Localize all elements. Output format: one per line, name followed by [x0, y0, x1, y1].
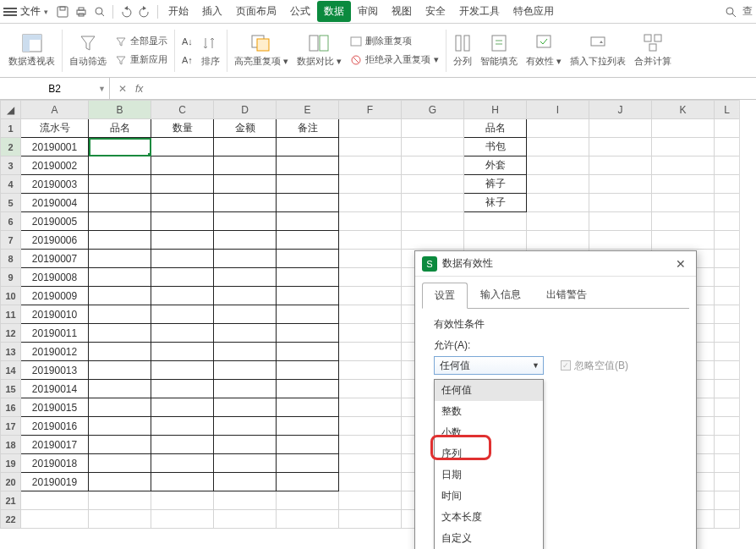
cell-E3[interactable] — [277, 156, 339, 175]
cell-C20[interactable] — [151, 473, 214, 491]
name-box-input[interactable] — [7, 83, 102, 95]
close-icon[interactable]: ✕ — [672, 257, 689, 271]
cell-F12[interactable] — [339, 324, 402, 343]
cell-A1[interactable]: 流水号 — [21, 119, 89, 138]
cell-C21[interactable] — [151, 491, 214, 510]
reject-dup-button[interactable]: 拒绝录入重复项 ▾ — [347, 52, 442, 69]
cell-J1[interactable] — [589, 119, 652, 138]
cell-D8[interactable] — [214, 250, 277, 268]
cell-B4[interactable] — [89, 175, 151, 194]
cell-L17[interactable] — [715, 417, 740, 436]
col-header-D[interactable]: D — [214, 101, 277, 119]
cell-L10[interactable] — [715, 287, 740, 305]
cell-B21[interactable] — [89, 491, 151, 510]
cell-G2[interactable] — [402, 138, 464, 156]
cell-D6[interactable] — [214, 212, 277, 231]
cell-K5[interactable] — [652, 194, 715, 212]
autofilter-button[interactable]: 自动筛选 — [66, 31, 110, 69]
cell-I7[interactable] — [527, 231, 589, 250]
row-header-3[interactable]: 3 — [1, 156, 21, 175]
cell-J7[interactable] — [589, 231, 652, 250]
cell-C2[interactable] — [151, 138, 214, 156]
row-header-21[interactable]: 21 — [1, 491, 21, 510]
cell-F10[interactable] — [339, 287, 402, 305]
cell-F3[interactable] — [339, 156, 402, 175]
cell-B14[interactable] — [89, 361, 151, 380]
data-compare-button[interactable]: 数据对比 ▾ — [293, 31, 345, 69]
cell-B20[interactable] — [89, 473, 151, 491]
cell-I2[interactable] — [527, 138, 589, 156]
show-all-button[interactable]: 全部显示 — [112, 33, 171, 50]
cell-D16[interactable] — [214, 398, 277, 417]
cell-L3[interactable] — [715, 156, 740, 175]
menu-tab-4[interactable]: 数据 — [317, 1, 351, 22]
cell-H2[interactable]: 书包 — [464, 138, 527, 156]
select-all-corner[interactable]: ◢ — [1, 101, 21, 119]
cell-D3[interactable] — [214, 156, 277, 175]
cell-D15[interactable] — [214, 380, 277, 398]
cell-C22[interactable] — [151, 510, 214, 529]
cell-F19[interactable] — [339, 454, 402, 473]
remove-dup-button[interactable]: 删除重复项 — [347, 33, 442, 50]
cell-G5[interactable] — [402, 194, 464, 212]
cell-A12[interactable]: 20190011 — [21, 324, 89, 343]
col-header-C[interactable]: C — [151, 101, 214, 119]
cell-A21[interactable] — [21, 491, 89, 510]
cell-B1[interactable]: 品名 — [89, 119, 151, 138]
cell-E15[interactable] — [277, 380, 339, 398]
cell-E8[interactable] — [277, 250, 339, 268]
cell-L19[interactable] — [715, 454, 740, 473]
cell-L15[interactable] — [715, 380, 740, 398]
row-header-11[interactable]: 11 — [1, 305, 21, 324]
cell-H1[interactable]: 品名 — [464, 119, 527, 138]
cell-D9[interactable] — [214, 268, 277, 287]
cell-F21[interactable] — [339, 491, 402, 510]
row-header-12[interactable]: 12 — [1, 324, 21, 343]
cell-D17[interactable] — [214, 417, 277, 436]
highlight-dup-button[interactable]: 高亮重复项 ▾ — [231, 31, 292, 69]
cell-C14[interactable] — [151, 361, 214, 380]
cell-L2[interactable] — [715, 138, 740, 156]
cell-A8[interactable]: 20190007 — [21, 250, 89, 268]
cell-L4[interactable] — [715, 175, 740, 194]
cell-C1[interactable]: 数量 — [151, 119, 214, 138]
col-header-E[interactable]: E — [277, 101, 339, 119]
cell-B12[interactable] — [89, 324, 151, 343]
cell-F4[interactable] — [339, 175, 402, 194]
name-box[interactable]: ▼ — [0, 78, 110, 99]
cell-L22[interactable] — [715, 510, 740, 529]
cell-C7[interactable] — [151, 231, 214, 250]
row-header-13[interactable]: 13 — [1, 343, 21, 361]
allow-option-5[interactable]: 时间 — [435, 486, 543, 507]
cell-E22[interactable] — [277, 510, 339, 529]
reapply-button[interactable]: 重新应用 — [112, 52, 171, 69]
cell-A3[interactable]: 20190002 — [21, 156, 89, 175]
cell-K4[interactable] — [652, 175, 715, 194]
allow-option-3[interactable]: 序列 — [435, 443, 543, 464]
cell-A14[interactable]: 20190013 — [21, 361, 89, 380]
menu-tab-8[interactable]: 开发工具 — [452, 1, 507, 22]
cell-D1[interactable]: 金额 — [214, 119, 277, 138]
cell-A13[interactable]: 20190012 — [21, 343, 89, 361]
cell-J6[interactable] — [589, 212, 652, 231]
cell-K6[interactable] — [652, 212, 715, 231]
cell-D7[interactable] — [214, 231, 277, 250]
cell-A2[interactable]: 20190001 — [21, 138, 89, 156]
cell-A5[interactable]: 20190004 — [21, 194, 89, 212]
row-header-1[interactable]: 1 — [1, 119, 21, 138]
cell-J4[interactable] — [589, 175, 652, 194]
row-header-6[interactable]: 6 — [1, 212, 21, 231]
cell-B7[interactable] — [89, 231, 151, 250]
cell-D19[interactable] — [214, 454, 277, 473]
cell-K1[interactable] — [652, 119, 715, 138]
cell-E11[interactable] — [277, 305, 339, 324]
menu-tab-0[interactable]: 开始 — [162, 1, 195, 22]
cell-I3[interactable] — [527, 156, 589, 175]
row-header-20[interactable]: 20 — [1, 473, 21, 491]
menu-tab-5[interactable]: 审阅 — [351, 1, 385, 22]
dialog-tab-0[interactable]: 设置 — [422, 283, 468, 309]
cell-A7[interactable]: 20190006 — [21, 231, 89, 250]
cell-F7[interactable] — [339, 231, 402, 250]
validity-button[interactable]: 有效性 ▾ — [523, 31, 565, 69]
row-header-17[interactable]: 17 — [1, 417, 21, 436]
